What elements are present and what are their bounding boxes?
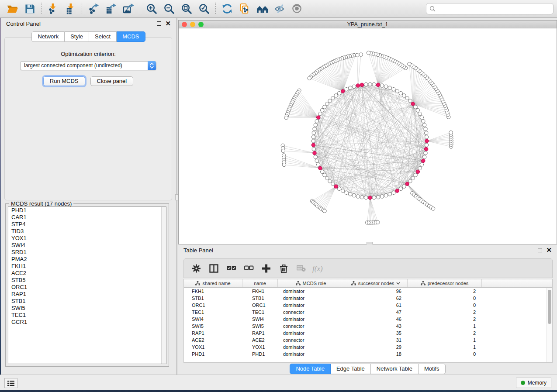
table-row[interactable]: SWI4SWI4dominator462 <box>184 316 552 323</box>
mcds-result-item[interactable]: TID3 <box>8 228 166 235</box>
search-input[interactable] <box>436 6 550 12</box>
table-cell: ORC1 <box>242 302 278 309</box>
mcds-result-item[interactable]: GCR1 <box>8 319 166 326</box>
close-panel-button[interactable]: ✕ <box>165 21 171 26</box>
table-row[interactable]: TEC1TEC1connector472 <box>184 309 552 316</box>
table-cell: SWI4 <box>242 316 278 323</box>
mcds-result-item[interactable]: ACE2 <box>8 270 166 277</box>
table-row[interactable]: ORC1ORC1dominator610 <box>184 302 552 309</box>
table-scrollbar[interactable] <box>547 288 552 362</box>
share-session-button[interactable] <box>236 1 253 16</box>
mcds-result-item[interactable]: SWI4 <box>8 242 166 249</box>
split-columns-icon <box>209 264 219 273</box>
tab-select[interactable]: Select <box>89 31 117 42</box>
mcds-result-item[interactable]: ORC1 <box>8 284 166 291</box>
table-row[interactable]: PHD1PHD1dominator180 <box>184 351 552 358</box>
table-cell: PHD1 <box>242 351 278 358</box>
control-panel-title: Control Panel <box>6 21 41 27</box>
zoom-in-button[interactable] <box>143 1 160 16</box>
float-table-panel-button[interactable] <box>538 248 542 252</box>
export-network-button[interactable] <box>85 1 102 16</box>
import-table-button[interactable] <box>62 1 79 16</box>
search-icon <box>429 6 436 12</box>
tab-edge-table[interactable]: Edge Table <box>331 364 371 374</box>
table-cell: 0 <box>408 302 482 309</box>
mcds-result-item[interactable]: STP4 <box>8 221 166 228</box>
tab-node-table[interactable]: Node Table <box>290 364 331 374</box>
export-table-button[interactable] <box>102 1 120 16</box>
table-cell: SWI5 <box>184 323 242 330</box>
zoom-fit-button[interactable] <box>178 1 195 16</box>
table-row[interactable]: FKH1FKH1dominator962 <box>184 288 552 295</box>
run-mcds-button[interactable]: Run MCDS <box>43 76 85 86</box>
import-network-button[interactable] <box>44 1 62 16</box>
node-table-body: FKH1FKH1dominator962STB1STB1dominator620… <box>184 288 552 358</box>
mcds-result-item[interactable]: SWI5 <box>8 305 166 312</box>
table-scrollbar-thumb[interactable] <box>548 290 551 324</box>
close-panel-button-mcds[interactable]: Close panel <box>90 76 134 86</box>
network-analyzer-button[interactable] <box>253 1 271 16</box>
column-header-successor-nodes[interactable]: successor nodes <box>344 279 408 287</box>
table-cell: 0 <box>408 351 482 358</box>
network-graph[interactable] <box>179 28 557 244</box>
table-row[interactable]: STB1STB1dominator620 <box>184 295 552 302</box>
export-image-icon <box>123 3 135 15</box>
table-options-button[interactable] <box>188 261 204 276</box>
table-cell: 2 <box>408 330 482 337</box>
tab-network-table[interactable]: Network Table <box>371 364 419 374</box>
zoom-out-button[interactable] <box>160 1 178 16</box>
style-preview-button[interactable] <box>271 1 288 16</box>
show-hide-button[interactable] <box>288 1 306 16</box>
open-file-button[interactable] <box>3 1 21 16</box>
float-panel-button[interactable] <box>157 21 161 26</box>
delete-row-button[interactable] <box>276 261 291 276</box>
export-image-button[interactable] <box>120 1 137 16</box>
column-header-name[interactable]: name <box>242 279 278 287</box>
import-table-icon <box>65 3 76 15</box>
tab-network[interactable]: Network <box>31 31 65 42</box>
column-header-MCDS-role[interactable]: MCDS role <box>278 279 344 287</box>
mcds-result-item[interactable]: SRD1 <box>8 249 166 256</box>
mcds-result-item[interactable]: CAR1 <box>8 214 166 221</box>
mcds-result-item[interactable]: STB5 <box>8 277 166 284</box>
mcds-list-scrollbar[interactable] <box>161 207 166 364</box>
tab-style[interactable]: Style <box>65 31 89 42</box>
mcds-result-item[interactable]: RAP1 <box>8 291 166 298</box>
network-view-titlebar[interactable]: YPA_prune.txt_1 <box>179 21 557 28</box>
network-canvas[interactable] <box>179 28 557 244</box>
table-row[interactable]: SWI5SWI5connector431 <box>184 323 552 330</box>
table-row[interactable]: ACE2ACE2connector311 <box>184 337 552 344</box>
mcds-result-item[interactable]: PMA2 <box>8 256 166 263</box>
mcds-result-list[interactable]: PHD1CAR1STP4TID3YOX1SWI4SRD1PMA2FKH1ACE2… <box>8 206 166 364</box>
save-session-button[interactable] <box>21 1 38 16</box>
select-all-button[interactable] <box>223 261 239 276</box>
memory-button[interactable]: Memory <box>516 378 551 388</box>
table-cell: SWI5 <box>242 323 278 330</box>
mcds-result-item[interactable]: STB1 <box>8 298 166 305</box>
houses-icon <box>256 3 268 15</box>
show-columns-button[interactable] <box>206 261 221 276</box>
deselect-all-button[interactable] <box>241 261 256 276</box>
export-network-icon <box>88 3 100 15</box>
column-header-shared-name[interactable]: shared name <box>184 279 242 287</box>
task-history-button[interactable] <box>4 378 17 388</box>
mcds-result-item[interactable]: FKH1 <box>8 263 166 270</box>
mcds-result-item[interactable]: PHD1 <box>8 207 166 214</box>
column-header-predecessor-nodes[interactable]: predecessor nodes <box>408 279 482 287</box>
tab-motifs[interactable]: Motifs <box>419 364 446 374</box>
close-table-panel-button[interactable]: ✕ <box>546 248 552 252</box>
optimization-criterion-label: Optimization criterion: <box>5 51 172 57</box>
add-row-button[interactable] <box>258 261 274 276</box>
search-box[interactable] <box>426 3 554 14</box>
table-row[interactable]: RAP1RAP1dominator352 <box>184 330 552 337</box>
mcds-result-item[interactable]: TEC1 <box>8 312 166 319</box>
table-cell: 2 <box>408 288 482 295</box>
tab-mcds[interactable]: MCDS <box>117 31 145 42</box>
mcds-result-item[interactable]: YOX1 <box>8 235 166 242</box>
table-cell: 61 <box>344 302 408 309</box>
node-table: shared namenameMCDS rolesuccessor nodesp… <box>183 279 553 363</box>
table-row[interactable]: YOX1YOX1dominator291 <box>184 344 552 351</box>
refresh-button[interactable] <box>218 1 236 16</box>
zoom-selected-button[interactable] <box>195 1 213 16</box>
criterion-dropdown[interactable]: largest connected component (undirected) <box>20 61 156 70</box>
